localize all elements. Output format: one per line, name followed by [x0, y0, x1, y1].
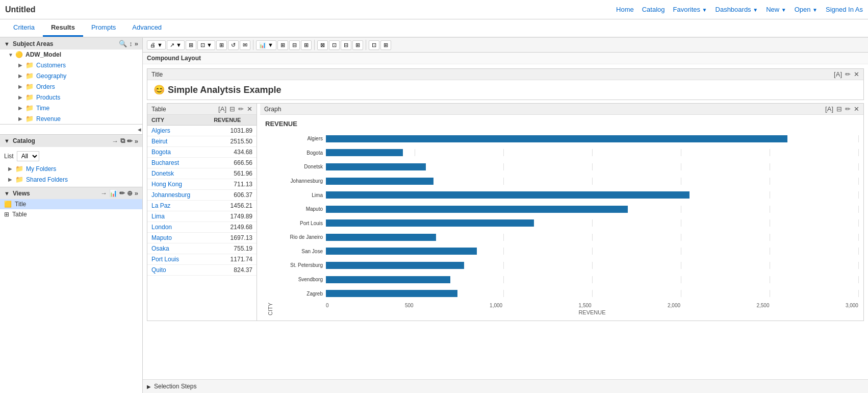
nav-catalog[interactable]: Catalog	[642, 6, 665, 13]
refresh-button[interactable]: ↺	[228, 40, 239, 50]
table-close-icon[interactable]: ✕	[247, 105, 252, 113]
tree-item-time[interactable]: ▶ 📁 Time	[14, 103, 142, 113]
bar[interactable]	[326, 206, 628, 213]
catalog-forward-icon[interactable]: →	[112, 137, 118, 145]
table-format-icon[interactable]: [A]	[218, 105, 226, 113]
bar[interactable]	[326, 234, 436, 241]
city-cell[interactable]: London	[147, 222, 210, 233]
bar[interactable]	[326, 191, 690, 199]
graph-edit2-icon[interactable]: ⊟	[836, 105, 842, 113]
views-expand-icon[interactable]: »	[135, 189, 138, 197]
city-cell[interactable]: Hong Kong	[147, 179, 210, 190]
graph-pen-icon[interactable]: ✏	[845, 105, 851, 113]
chart-button[interactable]: 📊 ▼	[256, 40, 276, 50]
filter-button[interactable]: ⊠	[317, 40, 328, 50]
views-more-icon[interactable]: ⊕	[127, 189, 133, 197]
catalog-expand-icon[interactable]: »	[135, 137, 138, 145]
nav-dashboards[interactable]: Dashboards ▼	[716, 6, 758, 13]
nav-favorites[interactable]: Favorites ▼	[673, 6, 707, 13]
static-text-button[interactable]: ⊞	[352, 40, 363, 50]
catalog-collapse[interactable]: ▼	[4, 138, 10, 144]
tree-item-orders[interactable]: ▶ 📁 Orders	[14, 81, 142, 92]
nav-home[interactable]: Home	[616, 6, 634, 13]
views-item-title[interactable]: 🟨 Title	[0, 199, 142, 209]
format-button[interactable]: ⊡ ▼	[197, 40, 215, 50]
panel-collapse-handle[interactable]: ◂	[138, 126, 141, 133]
chart-bar-row: Lima	[277, 189, 858, 201]
bar[interactable]	[326, 219, 534, 227]
city-cell[interactable]: Maputo	[147, 233, 210, 243]
print-button[interactable]: 🖨 ▼	[147, 40, 166, 50]
add-view-button[interactable]: ⊞	[186, 40, 196, 50]
views-collapse[interactable]: ▼	[4, 190, 10, 196]
bar[interactable]	[326, 178, 433, 185]
city-cell[interactable]: Algiers	[147, 126, 210, 136]
tab-advanced[interactable]: Advanced	[124, 19, 170, 37]
trellis-button[interactable]: ⊞	[301, 40, 312, 50]
city-cell[interactable]: Lima	[147, 211, 210, 222]
bar-chart: CITY AlgiersBogotaDonetskJohannesburgLim…	[265, 132, 858, 315]
city-cell[interactable]: Beirut	[147, 136, 210, 147]
nav-signed-in[interactable]: Signed In As	[826, 6, 863, 13]
tab-prompts[interactable]: Prompts	[83, 19, 124, 37]
tree-item-my-folders[interactable]: ▶ 📁 My Folders	[4, 163, 138, 174]
bar[interactable]	[326, 135, 787, 142]
table-scroll[interactable]: CITY REVENUE Algiers1031.89Beirut2515.50…	[147, 115, 257, 276]
city-cell[interactable]: Bogota	[147, 147, 210, 158]
advanced-button[interactable]: ⊡	[369, 40, 379, 50]
views-item-table[interactable]: ⊞ Table	[0, 209, 142, 219]
more-views-button[interactable]: ⊞	[216, 40, 227, 50]
selection-button[interactable]: ⊡	[329, 40, 340, 50]
tree-item-revenue[interactable]: ▶ 📁 Revenue	[14, 113, 142, 124]
x-axis: 05001,0001,5002,0002,5003,000	[277, 303, 858, 308]
title-format-icon[interactable]: [A]	[834, 70, 842, 78]
search-icon[interactable]: 🔍	[119, 40, 127, 47]
narr-button[interactable]: ⊟	[341, 40, 351, 50]
table-edit2-icon[interactable]: ⊟	[229, 105, 235, 113]
title-edit-icon[interactable]: ✏	[845, 70, 851, 78]
views-chart-icon[interactable]: 📊	[109, 189, 117, 197]
pivot-button[interactable]: ⊟	[289, 40, 300, 50]
catalog-copy-icon[interactable]: ⧉	[120, 137, 125, 145]
city-cell[interactable]: Donetsk	[147, 168, 210, 179]
city-cell[interactable]: Port Louis	[147, 254, 210, 265]
table-pen-icon[interactable]: ✏	[238, 105, 244, 113]
nav-open[interactable]: Open ▼	[795, 6, 818, 13]
tree-item-products[interactable]: ▶ 📁 Products	[14, 92, 142, 103]
catalog-edit-icon[interactable]: ✏	[127, 137, 133, 145]
mail-button[interactable]: ✉	[240, 40, 250, 50]
bar[interactable]	[326, 149, 403, 156]
sort-icon[interactable]: ↕	[129, 40, 133, 47]
table-tool-button[interactable]: ⊞	[277, 40, 288, 50]
views-edit-icon[interactable]: ✏	[119, 189, 125, 197]
graph-close-icon[interactable]: ✕	[854, 105, 859, 113]
city-cell[interactable]: Johannesburg	[147, 190, 210, 201]
city-cell[interactable]: Bucharest	[147, 158, 210, 168]
tab-results[interactable]: Results	[43, 19, 83, 37]
bar[interactable]	[326, 290, 457, 297]
list-select[interactable]: All	[17, 151, 39, 161]
bar-area	[326, 135, 858, 142]
export-button[interactable]: ↗ ▼	[167, 40, 185, 50]
city-cell[interactable]: La Paz	[147, 201, 210, 211]
tab-criteria[interactable]: Criteria	[5, 19, 43, 37]
tree-item-customers[interactable]: ▶ 📁 Customers	[14, 60, 142, 70]
city-cell[interactable]: Osaka	[147, 243, 210, 254]
format-all-button[interactable]: ⊞	[380, 40, 391, 50]
tree-item-geography[interactable]: ▶ 📁 Geography	[14, 70, 142, 81]
tree-item-shared-folders[interactable]: ▶ 📁 Shared Folders	[4, 174, 138, 185]
title-close-icon[interactable]: ✕	[854, 70, 859, 78]
expand-icon[interactable]: »	[135, 40, 138, 47]
tree-model-item[interactable]: ▼ 🟡 ADW_Model	[4, 50, 142, 60]
graph-format-icon[interactable]: [A]	[825, 105, 833, 113]
selection-steps[interactable]: ▶ Selection Steps	[143, 379, 868, 393]
bar[interactable]	[326, 276, 450, 283]
bar[interactable]	[326, 163, 426, 170]
table-row: Beirut2515.50	[147, 136, 257, 147]
nav-new[interactable]: New ▼	[766, 6, 786, 13]
city-cell[interactable]: Quito	[147, 265, 210, 276]
bar[interactable]	[326, 262, 464, 269]
views-add-icon[interactable]: →	[100, 189, 107, 197]
subject-areas-collapse[interactable]: ▼	[4, 41, 10, 47]
bar[interactable]	[326, 248, 477, 255]
